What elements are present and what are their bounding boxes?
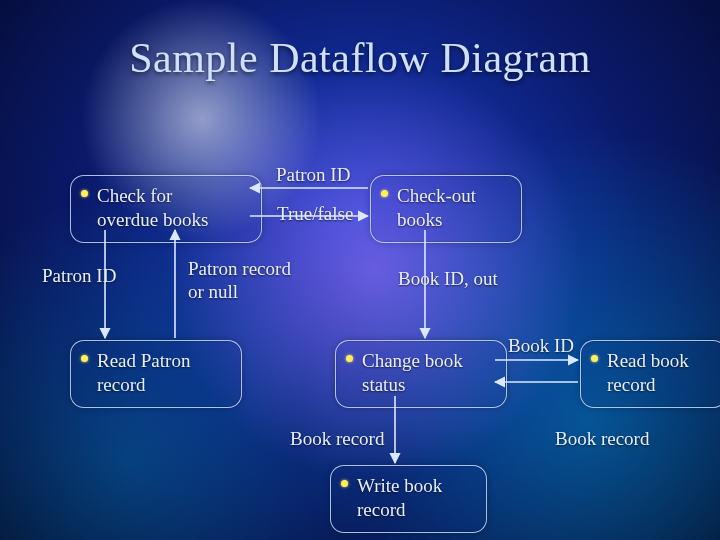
- node-check-overdue: Check for overdue books: [70, 175, 262, 243]
- label-book-id-out: Book ID, out: [398, 268, 498, 291]
- slide-title: Sample Dataflow Diagram: [0, 34, 720, 82]
- slide: Sample Dataflow Diagram Check for overdu…: [0, 0, 720, 540]
- label-patron-record: Patron record or null: [188, 258, 318, 304]
- label-book-record-right: Book record: [555, 428, 649, 451]
- node-read-book: Read book record: [580, 340, 720, 408]
- node-read-patron: Read Patron record: [70, 340, 242, 408]
- label-patron-id-top: Patron ID: [276, 164, 350, 187]
- label-patron-id-left: Patron ID: [42, 265, 116, 288]
- label-book-id: Book ID: [508, 335, 574, 358]
- label-book-record-left: Book record: [290, 428, 384, 451]
- node-change-status: Change book status: [335, 340, 507, 408]
- node-check-out: Check-out books: [370, 175, 522, 243]
- node-write-book: Write book record: [330, 465, 487, 533]
- label-true-false: True/false: [277, 203, 353, 226]
